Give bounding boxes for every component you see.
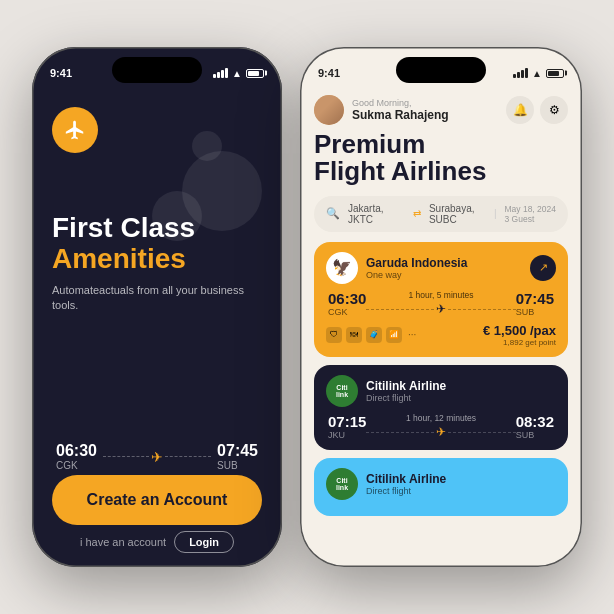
garuda-header: 🦅 Garuda Indonesia One way ↗	[326, 252, 556, 284]
citilink-dark-middle: 1 hour, 12 minutes ✈	[366, 413, 515, 439]
search-bar[interactable]: 🔍 Jakarta, JKTC ⇄ Surabaya, SUBC | May 1…	[314, 196, 568, 232]
avatar-image	[314, 95, 344, 125]
wifi-icon-right: ▲	[532, 68, 542, 79]
more-amenities: ···	[408, 329, 416, 340]
garuda-info: 🦅 Garuda Indonesia One way	[326, 252, 467, 284]
signal-icon	[213, 68, 228, 78]
citilink-dark-info: Citilink Citilink Airline Direct flight	[326, 375, 446, 407]
citilink-dark-name-block: Citilink Airline Direct flight	[366, 379, 446, 403]
status-icons-right: ▲	[513, 68, 564, 79]
flight-cards: 🦅 Garuda Indonesia One way ↗ 06:30 CGK	[314, 242, 568, 516]
citilink-dark-header: Citilink Citilink Airline Direct flight	[326, 375, 556, 407]
garuda-route-line: ✈	[366, 302, 515, 316]
right-phone: 9:41 ▲ Good Morning, Sukma Rahajeng	[300, 47, 582, 567]
hero-title: First Class Amenities	[52, 213, 262, 275]
citilink-dark-line: ✈	[366, 425, 515, 439]
citilink-blue-info: Citilink Citilink Airline Direct flight	[326, 468, 446, 500]
flight-route: 06:30 CGK ✈ 07:45 SUB	[52, 442, 262, 471]
garuda-plane-icon: ✈	[436, 302, 446, 316]
citilink-blue-header: Citilink Citilink Airline Direct flight	[326, 468, 556, 500]
garuda-footer: 🛡 🍽 🧳 📶 ··· € 1,500 /pax 1,892 get point	[326, 323, 556, 347]
create-account-button[interactable]: Create an Account	[52, 475, 262, 525]
search-from: Jakarta, JKTC	[348, 203, 405, 225]
departure: 06:30 CGK	[56, 442, 97, 471]
meal-amenity: 🍽	[346, 327, 362, 343]
app-title: Premium Flight Airlines	[314, 131, 568, 186]
search-to: Surabaya, SUBC	[429, 203, 486, 225]
header-icons: 🔔 ⚙	[506, 96, 568, 124]
garuda-arrival: 07:45 SUB	[516, 290, 554, 317]
settings-icon[interactable]: ⚙	[540, 96, 568, 124]
card-garuda[interactable]: 🦅 Garuda Indonesia One way ↗ 06:30 CGK	[314, 242, 568, 357]
notification-icon[interactable]: 🔔	[506, 96, 534, 124]
left-phone-content: First Class Amenities Automateactuals fr…	[32, 91, 282, 567]
citilink-dark-departure: 07:15 JKU	[328, 413, 366, 440]
dynamic-island-left	[112, 57, 202, 83]
garuda-flight-details: 06:30 CGK 1 hour, 5 minutes ✈ 07:45 SU	[326, 290, 556, 317]
search-details: May 18, 2024 3 Guest	[504, 204, 556, 224]
baggage-amenity: 🧳	[366, 327, 382, 343]
arrival: 07:45 SUB	[217, 442, 258, 471]
user-info: Good Morning, Sukma Rahajeng	[314, 95, 449, 125]
user-greeting: Good Morning, Sukma Rahajeng	[352, 98, 449, 122]
route-line: ✈	[103, 449, 211, 465]
price-info: € 1,500 /pax 1,892 get point	[483, 323, 556, 347]
wifi-amenity: 📶	[386, 327, 402, 343]
header-row: Good Morning, Sukma Rahajeng 🔔 ⚙	[314, 95, 568, 125]
login-row: i have an account Login	[32, 531, 282, 553]
signal-icon-right	[513, 68, 528, 78]
login-button[interactable]: Login	[174, 531, 234, 553]
citilink-dark-flight-details: 07:15 JKU 1 hour, 12 minutes ✈ 08:32 S	[326, 413, 556, 440]
citilink-plane-icon: ✈	[436, 425, 446, 439]
garuda-logo: 🦅	[326, 252, 358, 284]
amenity-icons: 🛡 🍽 🧳 📶 ···	[326, 327, 416, 343]
right-phone-content: Good Morning, Sukma Rahajeng 🔔 ⚙ Premium…	[300, 91, 582, 567]
external-link-icon[interactable]: ↗	[530, 255, 556, 281]
card-citilink-blue[interactable]: Citilink Citilink Airline Direct flight	[314, 458, 568, 516]
search-icon: 🔍	[326, 207, 340, 220]
time-right: 9:41	[318, 67, 340, 79]
garuda-departure: 06:30 CGK	[328, 290, 366, 317]
hero-subtitle: Automateactuals from all your business t…	[52, 283, 262, 314]
status-icons-left: ▲	[213, 68, 264, 79]
left-phone: 9:41 ▲ First Class Ame	[32, 47, 282, 567]
battery-icon-right	[546, 69, 564, 78]
garuda-route-middle: 1 hour, 5 minutes ✈	[366, 290, 515, 316]
citilink-logo: Citilink	[326, 375, 358, 407]
card-citilink-dark[interactable]: Citilink Citilink Airline Direct flight …	[314, 365, 568, 450]
time-left: 9:41	[50, 67, 72, 79]
citilink-dark-arrival: 08:32 SUB	[516, 413, 554, 440]
garuda-name-block: Garuda Indonesia One way	[366, 256, 467, 280]
shield-amenity: 🛡	[326, 327, 342, 343]
app-logo	[52, 107, 98, 153]
login-prompt: i have an account	[80, 536, 166, 548]
swap-icon: ⇄	[413, 208, 421, 219]
citilink-blue-logo: Citilink	[326, 468, 358, 500]
plane-icon: ✈	[151, 449, 163, 465]
battery-icon	[246, 69, 264, 78]
citilink-blue-name-block: Citilink Airline Direct flight	[366, 472, 446, 496]
dynamic-island-right	[396, 57, 486, 83]
flight-info: 06:30 CGK ✈ 07:45 SUB	[52, 442, 262, 471]
avatar	[314, 95, 344, 125]
wifi-icon: ▲	[232, 68, 242, 79]
